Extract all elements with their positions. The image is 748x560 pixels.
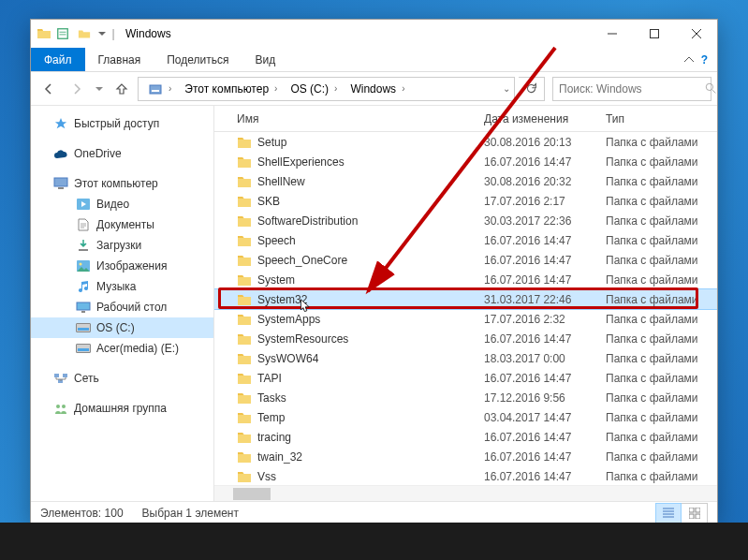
table-row[interactable]: System16.07.2016 14:47Папка с файлами [214, 270, 717, 289]
file-name: Speech_OneCore [257, 254, 347, 267]
qat-properties-button[interactable] [52, 23, 73, 44]
tree-acer-e[interactable]: Acer(media) (E:) [31, 338, 213, 359]
table-row[interactable]: System3231.03.2017 22:46Папка с файлами [214, 289, 717, 309]
file-name: System [257, 273, 295, 287]
table-row[interactable]: SysWOW6418.03.2017 0:00Папка с файлами [214, 348, 717, 368]
file-type: Папка с файлами [598, 332, 717, 346]
table-row[interactable]: Vss16.07.2016 14:47Папка с файлами [214, 466, 717, 485]
tab-home[interactable]: Главная [85, 48, 154, 71]
tree-onedrive[interactable]: OneDrive [31, 143, 213, 164]
file-type: Папка с файлами [598, 234, 717, 247]
back-button[interactable] [37, 77, 61, 101]
table-row[interactable]: Setup30.08.2016 20:13Папка с файлами [214, 132, 717, 152]
file-type: Папка с файлами [598, 136, 717, 149]
table-row[interactable]: tracing16.07.2016 14:47Папка с файлами [214, 427, 717, 447]
h-scroll-thumb[interactable] [233, 488, 271, 500]
nav-tree[interactable]: Быстрый доступ OneDrive Этот компьютер В… [31, 106, 214, 501]
search-icon [705, 82, 717, 95]
tab-file[interactable]: Файл [31, 48, 85, 71]
col-date[interactable]: Дата изменения [477, 112, 598, 125]
view-icons-button[interactable] [682, 503, 708, 523]
breadcrumb-root-icon[interactable]: › [142, 78, 177, 100]
tree-quick-access[interactable]: Быстрый доступ [31, 113, 213, 134]
svg-rect-19 [689, 514, 694, 519]
tab-view[interactable]: Вид [242, 48, 288, 71]
table-row[interactable]: TAPI16.07.2016 14:47Папка с файлами [214, 368, 717, 388]
file-date: 17.07.2016 2:17 [477, 195, 598, 208]
file-name: Vss [257, 470, 276, 483]
breadcrumb-folder[interactable]: Windows› [345, 78, 410, 100]
taskbar[interactable] [0, 523, 748, 560]
view-details-button[interactable] [655, 503, 682, 523]
search-input[interactable] [559, 82, 699, 96]
table-row[interactable]: SystemApps17.07.2016 2:32Папка с файлами [214, 309, 717, 329]
tree-network[interactable]: Сеть [31, 368, 213, 389]
h-scrollbar[interactable] [214, 485, 717, 501]
column-headers[interactable]: Имя Дата изменения Тип [214, 106, 717, 132]
pictures-icon [76, 258, 91, 273]
svg-rect-2 [150, 85, 161, 94]
forward-button[interactable] [65, 77, 89, 101]
svg-point-16 [62, 405, 66, 408]
search-box[interactable] [552, 77, 711, 101]
table-row[interactable]: Temp03.04.2017 14:47Папка с файлами [214, 407, 717, 427]
file-date: 03.04.2017 14:47 [477, 411, 598, 424]
tree-downloads[interactable]: Загрузки [31, 235, 213, 256]
file-type: Папка с файлами [598, 214, 717, 228]
file-name: SKB [257, 195, 280, 208]
tree-music[interactable]: Музыка [31, 276, 213, 297]
breadcrumb-pc[interactable]: Этот компьютер› [179, 78, 283, 100]
table-row[interactable]: Speech_OneCore16.07.2016 14:47Папка с фа… [214, 250, 717, 270]
breadcrumb-dropdown-icon[interactable]: ⌄ [503, 83, 510, 94]
table-row[interactable]: ShellExperiences16.07.2016 14:47Папка с … [214, 152, 717, 171]
svg-rect-11 [81, 311, 85, 313]
tree-pictures[interactable]: Изображения [31, 256, 213, 276]
file-name: ShellNew [257, 175, 305, 188]
svg-rect-10 [77, 302, 90, 310]
svg-point-9 [80, 263, 82, 266]
file-type: Папка с файлами [598, 431, 717, 444]
file-type: Папка с файлами [598, 313, 717, 326]
tree-this-pc[interactable]: Этот компьютер [31, 173, 213, 194]
file-date: 17.12.2016 9:56 [477, 391, 598, 405]
folder-icon [237, 352, 252, 365]
breadcrumb-drive[interactable]: OS (C:)› [285, 78, 343, 100]
qat-new-folder-button[interactable] [74, 23, 95, 44]
status-bar: Элементов: 100 Выбран 1 элемент [31, 501, 717, 523]
tab-share[interactable]: Поделиться [154, 48, 242, 71]
table-row[interactable]: SoftwareDistribution30.03.2017 22:36Папк… [214, 211, 717, 230]
svg-point-4 [706, 83, 712, 90]
ribbon-help-icon[interactable]: ? [701, 53, 708, 66]
col-type[interactable]: Тип [598, 112, 717, 125]
folder-icon [237, 372, 252, 385]
tree-desktop[interactable]: Рабочий стол [31, 297, 213, 317]
qat-dropdown-icon[interactable] [95, 23, 109, 44]
close-button[interactable] [675, 20, 717, 48]
file-rows[interactable]: Setup30.08.2016 20:13Папка с файламиShel… [214, 132, 717, 485]
tree-os-c[interactable]: OS (C:) [31, 317, 213, 338]
ribbon-expand-icon[interactable] [684, 55, 694, 65]
tree-homegroup[interactable]: Домашняя группа [31, 398, 213, 419]
tree-video[interactable]: Видео [31, 194, 213, 214]
table-row[interactable]: Speech16.07.2016 14:47Папка с файлами [214, 230, 717, 250]
chevron-right-icon: › [334, 83, 337, 94]
tree-documents[interactable]: Документы [31, 214, 213, 235]
col-name[interactable]: Имя [214, 112, 477, 125]
up-button[interactable] [110, 77, 134, 101]
refresh-button[interactable] [519, 77, 545, 101]
breadcrumb[interactable]: › Этот компьютер› OS (C:)› Windows› ⌄ [138, 77, 515, 101]
maximize-button[interactable] [633, 20, 675, 48]
table-row[interactable]: twain_3216.07.2016 14:47Папка с файлами [214, 447, 717, 466]
table-row[interactable]: SKB17.07.2016 2:17Папка с файлами [214, 191, 717, 211]
folder-icon [237, 136, 252, 149]
file-type: Папка с файлами [598, 352, 717, 365]
file-date: 30.08.2016 20:13 [477, 136, 598, 149]
table-row[interactable]: Tasks17.12.2016 9:56Папка с файлами [214, 388, 717, 407]
table-row[interactable]: ShellNew30.08.2016 20:32Папка с файлами [214, 171, 717, 191]
recent-dropdown-icon[interactable] [93, 77, 106, 101]
status-item-count: Элементов: 100 [40, 507, 124, 520]
star-icon [53, 116, 68, 131]
table-row[interactable]: SystemResources16.07.2016 14:47Папка с ф… [214, 329, 717, 348]
explorer-window: | Windows Файл Главная Поделиться Вид ? … [30, 19, 718, 524]
minimize-button[interactable] [591, 20, 633, 48]
